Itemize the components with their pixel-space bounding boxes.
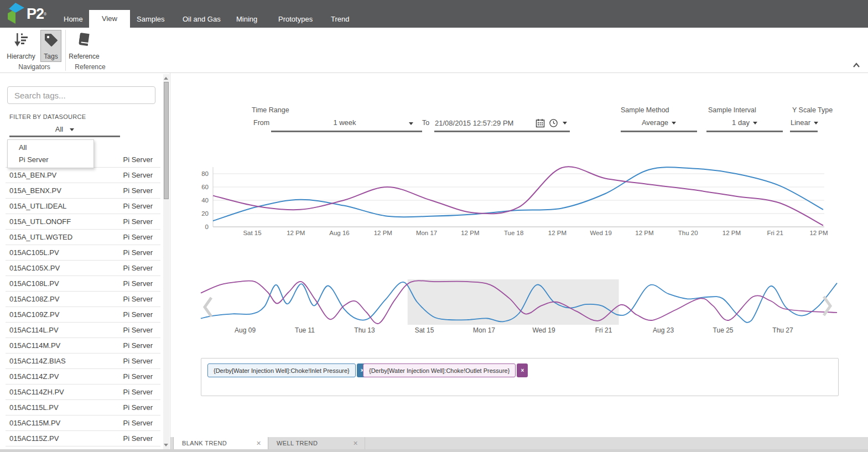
sidebar-scrollbar[interactable] — [163, 74, 169, 449]
sample-method-select[interactable]: Average — [621, 118, 697, 127]
tab-close-icon[interactable]: × — [256, 439, 261, 447]
from-chevron-down-icon[interactable] — [409, 122, 413, 125]
trend-series-line — [213, 167, 823, 225]
tag-table-row[interactable]: 015A_UTL.ONOFFPi Server — [6, 214, 160, 230]
tag-table-row[interactable]: 015AC114Z.PVPi Server — [6, 369, 160, 385]
main-trend-chart: 020406080Sat 1512 PMAug 1612 PMMon 1712 … — [183, 158, 833, 236]
reference-button[interactable]: Reference — [69, 30, 100, 62]
trend-tag-pill-label: {Derby[Water Injection Well]:Choke!Outle… — [363, 363, 516, 377]
hierarchy-icon — [13, 32, 29, 50]
search-input[interactable] — [7, 86, 155, 104]
ribbon-bottom-border — [0, 72, 868, 73]
tag-table-row[interactable]: 015A_UTL.WGTEDPi Server — [6, 230, 160, 245]
datasource-select-value: All — [55, 125, 63, 133]
pill-close-icon[interactable]: × — [517, 363, 528, 377]
calendar-icon[interactable] — [536, 118, 545, 128]
nav-tab-home[interactable]: Home — [64, 15, 83, 23]
tag-table-row[interactable]: 015AC105L.PVPi Server — [6, 245, 160, 261]
tag-table-row[interactable]: 015A_BENX.PVPi Server — [6, 183, 160, 199]
sample-interval-underline — [706, 131, 783, 132]
tag-datasource: Pi Server — [123, 279, 153, 288]
nav-tab-mining[interactable]: Mining — [236, 15, 257, 23]
y-scale-value: Linear — [791, 118, 810, 127]
navigator-date-label: Aug 23 — [653, 326, 674, 334]
ribbon-group-divider — [65, 30, 66, 71]
trend-tags-box[interactable]: {Derby[Water Injection Well]:Choke!Inlet… — [201, 358, 839, 396]
tag-name: 015AC105X.PV — [9, 264, 60, 272]
tag-datasource: Pi Server — [123, 357, 153, 365]
tag-name: 015A_BENX.PV — [9, 186, 61, 195]
tag-table-row[interactable]: 015AC108Z.PVPi Server — [6, 292, 160, 307]
navigator-date-label: Tue 11 — [295, 326, 315, 334]
trend-tab-label: BLANK TREND — [182, 440, 227, 446]
trend-tab-blank-trend[interactable]: BLANK TREND× — [173, 437, 268, 449]
navigator-date-label: Mon 17 — [473, 326, 495, 334]
collapse-ribbon-chevron-icon[interactable] — [852, 61, 861, 69]
y-axis-tick-label: 0 — [205, 224, 209, 230]
trend-tab-well-trend[interactable]: WELL TREND× — [268, 437, 365, 449]
to-datetime-field[interactable]: 21/08/2015 12:57:29 PM — [435, 119, 513, 127]
trend-tag-pill[interactable]: {Derby[Water Injection Well]:Choke!Inlet… — [207, 363, 368, 377]
tag-datasource: Pi Server — [123, 372, 153, 381]
hierarchy-button[interactable]: Hierarchy — [7, 30, 35, 62]
nav-tab-prototypes[interactable]: Prototypes — [278, 15, 313, 23]
datasource-dropdown-menu: AllPi Server — [7, 139, 94, 168]
tag-name: 015A_UTL.IDEAL — [9, 202, 66, 210]
y-axis-tick-label: 20 — [201, 210, 209, 217]
tag-table-row[interactable]: 015AC115Z.PVPi Server — [6, 431, 160, 446]
tag-datasource: Pi Server — [123, 434, 153, 443]
to-underline — [434, 131, 570, 132]
navigator-date-label: Wed 19 — [532, 326, 555, 334]
to-chevron-down-icon[interactable] — [563, 122, 567, 124]
tag-icon — [43, 32, 59, 50]
tag-table-row[interactable]: 015AC114ZH.PVPi Server — [6, 385, 160, 400]
tags-button[interactable]: Tags — [40, 30, 61, 62]
top-bar: P2 ® HomeViewSamplesOil and GasMiningPro… — [0, 0, 868, 28]
tag-name: 015AC105L.PV — [9, 248, 59, 257]
tag-datasource: Pi Server — [123, 171, 153, 179]
tag-table-row[interactable]: 015A_BEN.PVPi Server — [6, 168, 160, 183]
tag-table-row[interactable]: 015AC105X.PVPi Server — [6, 261, 160, 276]
tag-datasource: Pi Server — [123, 388, 153, 396]
clock-icon[interactable] — [549, 118, 558, 128]
tag-table-row[interactable]: 015AC115M.PVPi Server — [6, 415, 160, 431]
tag-name: 015AC108L.PV — [9, 279, 59, 288]
tag-table-row[interactable]: 015AC114L.PVPi Server — [6, 323, 160, 338]
datasource-option-pi-server[interactable]: Pi Server — [8, 154, 93, 166]
nav-tab-samples[interactable]: Samples — [137, 15, 165, 23]
navigator-scroll-left-chevron-icon[interactable] — [205, 298, 211, 316]
x-axis-tick-label: Wed 19 — [590, 230, 611, 236]
sample-interval-select[interactable]: 1 day — [706, 118, 783, 127]
tag-name: 015AC115M.PV — [9, 419, 60, 427]
tag-table-row[interactable]: 015AC108L.PVPi Server — [6, 276, 160, 292]
nav-tab-trend[interactable]: Trend — [331, 15, 349, 23]
nav-tab-view[interactable]: View — [89, 10, 130, 28]
x-axis-tick-label: 12 PM — [287, 230, 305, 236]
tag-table-row[interactable]: 015AC114M.PVPi Server — [6, 338, 160, 354]
tag-name: 015AC114Z.PV — [9, 372, 59, 381]
navigator-date-label: Thu 27 — [772, 326, 793, 334]
from-preset-select[interactable]: 1 week — [276, 118, 414, 127]
datasource-option-all[interactable]: All — [8, 142, 93, 154]
navigator-chart: Aug 09Tue 11Thu 13Sat 15Mon 17Wed 19Fri … — [196, 276, 838, 336]
scroll-up-arrow-icon[interactable] — [164, 77, 168, 80]
tag-table-row[interactable]: 015AC109Z.PVPi Server — [6, 307, 160, 323]
x-axis-tick-label: 12 PM — [374, 230, 392, 236]
scroll-down-arrow-icon[interactable] — [164, 444, 168, 446]
nav-tab-oil-and-gas[interactable]: Oil and Gas — [183, 15, 221, 23]
x-axis-tick-label: 12 PM — [635, 230, 653, 236]
tag-datasource: Pi Server — [123, 310, 153, 319]
scrollbar-thumb[interactable] — [164, 82, 169, 199]
tag-table-row[interactable]: 015AC115L.PVPi Server — [6, 400, 160, 415]
y-scale-select[interactable]: Linear — [790, 118, 819, 127]
tag-name: 015AC114L.PV — [9, 326, 59, 334]
ribbon-group-label-reference: Reference — [69, 63, 112, 71]
tag-table-row[interactable]: 015AC114Z.BIASPi Server — [6, 354, 160, 369]
time-range-label: Time Range — [252, 106, 289, 114]
tag-table-row[interactable]: 015A_UTL.IDEALPi Server — [6, 199, 160, 214]
from-label: From — [253, 119, 269, 127]
tab-close-icon[interactable]: × — [353, 439, 358, 447]
trend-tag-pill[interactable]: {Derby[Water Injection Well]:Choke!Outle… — [363, 363, 528, 377]
x-axis-tick-label: 12 PM — [723, 230, 741, 236]
datasource-select[interactable]: All — [9, 125, 120, 133]
